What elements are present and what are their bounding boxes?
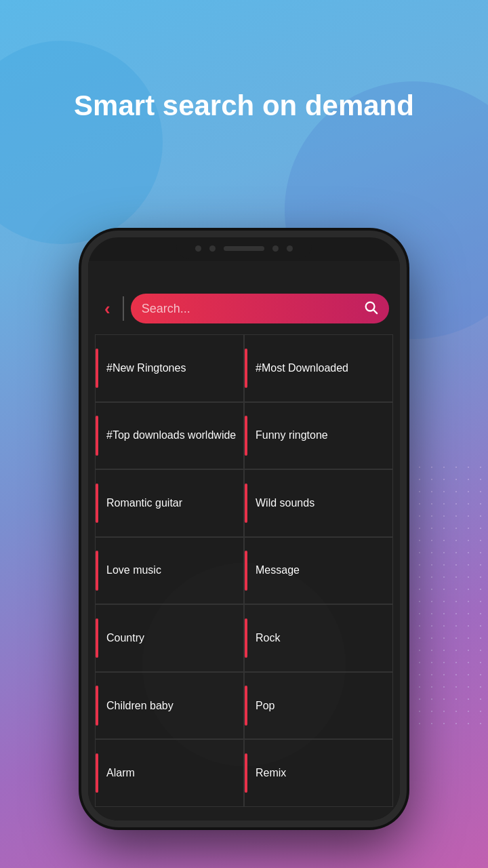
category-label-most-downloaded: #Most Downloaded <box>256 362 348 374</box>
volume-up-button <box>81 380 83 424</box>
phone-notch <box>176 237 312 259</box>
notch-bar <box>224 246 264 251</box>
phone-screen: ‹ Search... #New Ringtones#Most Download… <box>88 261 400 821</box>
notch-dot-right1 <box>272 245 279 252</box>
category-item-wild-sounds[interactable]: Wild sounds <box>244 469 393 537</box>
search-area: ‹ Search... <box>88 288 400 329</box>
category-item-rock[interactable]: Rock <box>244 604 393 672</box>
category-item-children-baby[interactable]: Children baby <box>95 672 244 740</box>
categories-grid: #New Ringtones#Most Downloaded#Top downl… <box>95 334 393 807</box>
category-label-new-ringtones: #New Ringtones <box>106 362 186 374</box>
notch-dot-left <box>195 245 201 252</box>
category-item-pop[interactable]: Pop <box>244 672 393 740</box>
category-label-message: Message <box>256 564 300 576</box>
category-item-love-music[interactable]: Love music <box>95 537 244 605</box>
category-item-new-ringtones[interactable]: #New Ringtones <box>95 334 244 402</box>
category-label-love-music: Love music <box>106 564 161 576</box>
category-item-alarm[interactable]: Alarm <box>95 739 244 807</box>
category-item-message[interactable]: Message <box>244 537 393 605</box>
search-placeholder: Search... <box>142 302 357 316</box>
category-label-alarm: Alarm <box>106 767 135 779</box>
category-label-funny-ringtone: Funny ringtone <box>256 429 328 441</box>
category-item-country[interactable]: Country <box>95 604 244 672</box>
category-label-romantic-guitar: Romantic guitar <box>106 497 182 509</box>
category-label-children-baby: Children baby <box>106 700 174 712</box>
category-item-romantic-guitar[interactable]: Romantic guitar <box>95 469 244 537</box>
category-label-rock: Rock <box>256 632 280 644</box>
svg-line-1 <box>373 310 377 313</box>
mute-button <box>81 332 83 363</box>
category-item-remix[interactable]: Remix <box>244 739 393 807</box>
category-item-top-downloads[interactable]: #Top downloads worldwide <box>95 402 244 470</box>
notch-dot-right2 <box>287 245 293 252</box>
category-label-pop: Pop <box>256 700 274 712</box>
phone-frame: ‹ Search... #New Ringtones#Most Download… <box>81 231 407 827</box>
search-box[interactable]: Search... <box>131 294 389 323</box>
notch-dot-mid <box>209 245 216 252</box>
volume-down-button <box>81 437 83 481</box>
category-label-top-downloads: #Top downloads worldwide <box>106 429 236 441</box>
back-button[interactable]: ‹ <box>99 296 116 322</box>
headline: Smart search on demand <box>0 88 488 124</box>
category-label-wild-sounds: Wild sounds <box>256 497 314 509</box>
category-label-remix: Remix <box>256 767 286 779</box>
search-icon[interactable] <box>363 300 378 318</box>
category-item-most-downloaded[interactable]: #Most Downloaded <box>244 334 393 402</box>
category-label-country: Country <box>106 632 144 644</box>
bg-circle-1 <box>0 41 163 244</box>
power-button <box>405 359 407 414</box>
category-item-funny-ringtone[interactable]: Funny ringtone <box>244 402 393 470</box>
divider <box>123 296 124 321</box>
